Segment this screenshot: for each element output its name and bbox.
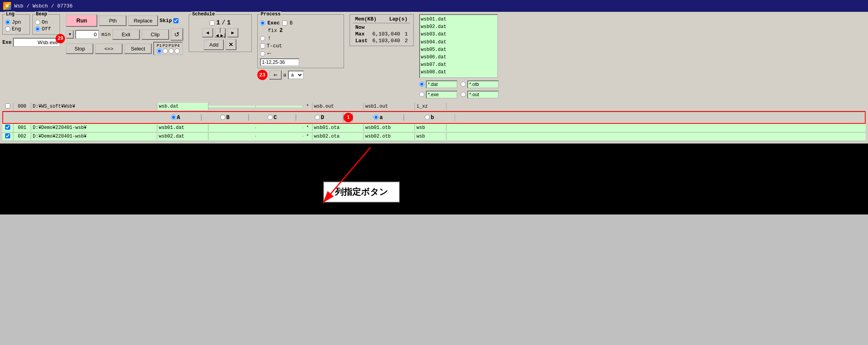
file-list-item: wsb04.dat [421,39,496,46]
process-dropdown[interactable]: a b [288,71,304,79]
col-b-cell: B [201,114,249,121]
filter-otb-radio[interactable] [461,82,466,87]
window-title: Wsb / Wsbch / 07736 [14,3,72,9]
filter-otb-input[interactable] [467,80,499,88]
b-label: B [290,20,293,26]
last-lap: 2 [402,37,410,44]
row-000-path: D:¥WS_soft¥Wsb¥ [31,103,157,110]
file-list-item: wsb07.dat [421,61,496,69]
stop-button[interactable]: Stop [66,43,93,54]
col-c-radio[interactable] [268,115,273,120]
p2-radio[interactable] [163,48,168,54]
process-section: Process Exec B fix 2 ↑ [257,14,344,80]
left-arrow-radio[interactable] [260,51,265,56]
lng-eng-label: Eng [12,26,21,32]
p4-radio[interactable] [175,48,180,54]
col-b2-radio[interactable] [425,115,430,120]
row-002-checkbox[interactable] [5,133,10,138]
row-000-c1 [208,106,256,107]
arrows-button[interactable]: <=> [95,43,123,54]
select-button[interactable]: Select [124,43,152,54]
lng-eng-radio[interactable] [5,26,10,32]
min-input[interactable] [75,30,99,39]
min-label: min [101,32,110,37]
col-d-cell: D [296,114,343,121]
schedule-box: Schedule 1 / 1 ◄ |◄►| ► Add ✕ [189,14,252,52]
exe-row: Exe 29 [2,38,60,47]
dropdown-arrow[interactable]: ▼ [66,30,74,39]
lng-eng-row: Eng [5,26,27,32]
row-000-out3: i_xz [415,103,446,110]
schedule-title: Schedule [191,11,216,17]
filter-dat-row [419,80,457,88]
mem-lap-box: Mem(KB) Lap(s) Now Max 6,103,040 1 [349,14,414,46]
p3-radio[interactable] [169,48,174,54]
exec-radio[interactable] [260,21,265,26]
schedule-checkbox[interactable] [210,21,215,26]
schedule-val1: 1 [216,19,220,26]
filter-dat-radio[interactable] [419,82,424,87]
row-002-out3: wsb [415,133,446,140]
trange-input[interactable] [260,58,299,66]
tcut-checkbox[interactable] [260,43,265,48]
run-button[interactable]: Run [66,14,97,27]
schedule-prev[interactable]: ◄ [202,28,213,37]
col-a2-radio[interactable] [374,115,379,120]
skip-checkbox[interactable] [173,18,178,23]
add-button[interactable]: Add [204,39,224,50]
row-000-out1: wsb.out [312,103,364,110]
exe-input[interactable] [13,38,60,47]
filter-dat-input[interactable] [426,80,457,88]
beep-on-radio[interactable] [35,20,40,25]
col-d-radio[interactable] [315,115,320,120]
left-shift-button[interactable]: ⇐ [269,70,282,80]
col-selector-row: A B C D 1 [2,111,866,124]
now-lap [402,24,410,31]
row-001-c2 [256,127,303,129]
beep-off-radio[interactable] [35,26,40,32]
filter-exe-input[interactable] [426,91,457,99]
file-list-item: wsb02.dat [421,23,496,31]
refresh-button[interactable]: ↺ [171,28,183,41]
grid-row-002: 002 D:¥Demo¥220401-wsb¥ wsb02.dat * wsb0… [2,132,866,141]
pth-button[interactable]: Pth [99,15,126,26]
lng-jpn-radio[interactable] [5,20,10,25]
beep-group-title: Beep [35,11,48,17]
app-icon: W [3,2,11,10]
b-checkbox[interactable] [282,21,287,26]
lng-jpn-row: Jpn [5,19,27,25]
row-000-checkbox[interactable] [5,103,10,108]
p4-group: P4 [175,43,180,54]
row-001-dat: wsb01.dat [157,124,208,131]
row-000-chk [2,103,13,111]
annotation-box: 列指定ボタン [323,181,400,203]
btn-row-1: Run Pth Replace Skip [66,14,183,27]
clip-button[interactable]: Clip [141,29,169,40]
main-content: Lng Jpn Eng Beep [0,12,868,144]
row-002-dat: wsb02.dat [157,133,208,140]
schedule-next-skip[interactable]: |◄►| [215,28,226,37]
col-a-radio[interactable] [171,115,176,120]
row-002-out1: wsb02.ota [312,133,364,140]
skip-label: Skip [160,18,172,24]
filter-exe-radio[interactable] [419,92,424,97]
schedule-slash: / [222,19,226,26]
up-arrow-radio[interactable] [260,36,265,41]
btn-row-2: ▼ min Exit Clip ↺ [66,28,183,41]
col-b-radio[interactable] [220,115,225,120]
col-b-label: B [226,114,229,121]
badge-1: 1 [344,113,353,122]
p1-radio[interactable] [157,48,162,54]
filter-out-input[interactable] [467,91,499,99]
x-button[interactable]: ✕ [225,39,236,50]
row-000-c2 [256,106,303,107]
ctrl-section: Run Pth Replace Skip ▼ min Exit Clip ↺ [66,14,183,55]
row-001-checkbox[interactable] [5,125,10,130]
schedule-next[interactable]: ► [227,28,238,37]
exit-button[interactable]: Exit [112,29,140,40]
p4-label: P4 [175,43,180,48]
replace-button[interactable]: Replace [128,15,158,26]
tcut-row: T-cut [260,43,341,49]
filter-out-radio[interactable] [461,92,466,97]
row-002-num: 002 [13,133,31,140]
